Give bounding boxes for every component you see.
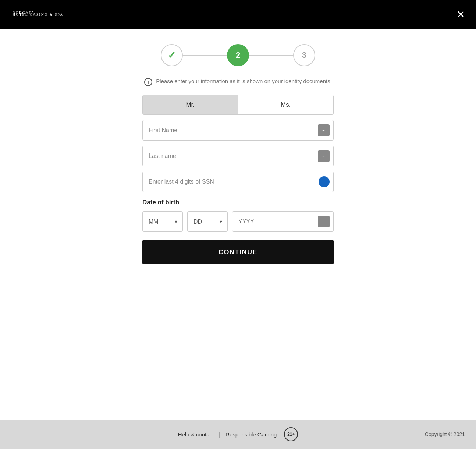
- logo: Borgata HOTEL CASINO & SPA: [11, 13, 63, 17]
- month-select-wrapper[interactable]: MM 010203 040506 070809 101112 ▾: [142, 211, 183, 232]
- year-field: ···: [232, 211, 334, 232]
- header: Borgata HOTEL CASINO & SPA ✕: [0, 0, 476, 29]
- last-name-field: ···: [142, 146, 334, 166]
- step-1-label: ✓: [168, 50, 176, 61]
- year-icon: ···: [318, 216, 330, 227]
- title-toggle: Mr. Ms.: [142, 95, 334, 115]
- dots-icon-2: ···: [322, 154, 326, 158]
- help-contact-link[interactable]: Help & contact: [178, 431, 214, 438]
- info-circle-icon: i: [144, 78, 152, 86]
- info-text: Please enter your information as it is s…: [156, 77, 332, 86]
- step-line-2: [249, 55, 293, 56]
- main-content: ✓ 2 3 i Please enter your information as…: [0, 29, 476, 420]
- ssn-field: i: [142, 172, 334, 192]
- step-3-label: 3: [302, 50, 306, 60]
- step-1: ✓: [161, 44, 183, 66]
- continue-button[interactable]: CONTINUE: [142, 240, 334, 264]
- dob-row: MM 010203 040506 070809 101112 ▾ DD 0102…: [142, 211, 334, 232]
- month-select[interactable]: MM 010203 040506 070809 101112: [143, 212, 182, 231]
- year-input[interactable]: [232, 212, 318, 231]
- day-select-wrapper[interactable]: DD 01020304 05060708 09101112 13141516 1…: [187, 211, 228, 232]
- step-2: 2: [227, 44, 249, 66]
- last-name-input[interactable]: [143, 146, 318, 166]
- ms-button[interactable]: Ms.: [238, 95, 334, 114]
- ssn-info-icon: i: [319, 176, 330, 187]
- mr-button[interactable]: Mr.: [143, 95, 238, 114]
- first-name-input[interactable]: [143, 120, 318, 140]
- form-container: Mr. Ms. ··· ··· i Date of birth: [142, 95, 334, 264]
- logo-subtitle: HOTEL CASINO & SPA: [11, 13, 63, 17]
- footer-links: Help & contact | Responsible Gaming 21+: [178, 427, 298, 441]
- step-2-label: 2: [236, 50, 240, 60]
- footer: Help & contact | Responsible Gaming 21+ …: [0, 420, 476, 449]
- year-dots-icon: ···: [322, 220, 325, 224]
- step-3: 3: [293, 44, 315, 66]
- responsible-gaming-link[interactable]: Responsible Gaming: [225, 431, 277, 438]
- last-name-icon: ···: [318, 150, 330, 162]
- step-line-1: [183, 55, 227, 56]
- age-badge: 21+: [284, 427, 298, 441]
- close-button[interactable]: ✕: [457, 10, 465, 20]
- copyright-text: Copyright © 2021: [425, 431, 465, 437]
- footer-divider: |: [219, 431, 220, 438]
- dob-label: Date of birth: [142, 199, 334, 206]
- steps-container: ✓ 2 3: [161, 44, 315, 66]
- first-name-field: ···: [142, 120, 334, 141]
- ssn-input[interactable]: [143, 172, 319, 192]
- day-select[interactable]: DD 01020304 05060708 09101112 13141516 1…: [188, 212, 227, 231]
- dots-icon: ···: [322, 128, 326, 132]
- info-box: i Please enter your information as it is…: [144, 77, 332, 86]
- first-name-icon: ···: [318, 124, 330, 136]
